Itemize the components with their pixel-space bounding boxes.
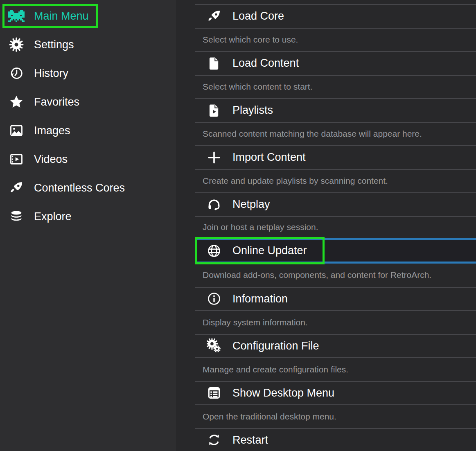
sidebar-item-label: Contentless Cores <box>34 182 125 194</box>
menu-item-label: Playlists <box>232 104 273 117</box>
menu-item-label: Netplay <box>232 198 270 211</box>
menu-item-label: Load Content <box>232 57 299 70</box>
sidebar-item-contentless-cores[interactable]: Contentless Cores <box>0 174 176 202</box>
database-icon <box>8 208 25 225</box>
menu-item-show-desktop-menu[interactable]: Show Desktop Menu <box>195 381 476 405</box>
menu-item-restart[interactable]: Restart <box>195 428 476 451</box>
globe-icon <box>206 243 222 259</box>
menu-item-sublabel: Select which content to start. <box>195 75 476 99</box>
menu-item-label: Show Desktop Menu <box>232 387 334 399</box>
menu-item-sublabel: Download add-ons, components, and conten… <box>195 264 476 287</box>
menu-item-playlists[interactable]: Playlists <box>195 98 476 122</box>
menu-item-label: Information <box>232 293 288 305</box>
menu-item-sublabel: Join or host a netplay session. <box>195 216 476 238</box>
menu-item-sublabel: Select which core to use. <box>195 28 476 52</box>
menu-item-label: Import Content <box>232 151 306 164</box>
menu-item-sublabel: Manage and create configuration files. <box>195 357 476 381</box>
menu-item-information[interactable]: Information <box>195 287 476 311</box>
restart-icon <box>206 432 222 448</box>
file-icon <box>206 56 222 71</box>
retroarch-invader-icon <box>8 8 25 24</box>
file-play-icon <box>206 103 222 118</box>
film-icon <box>8 151 25 167</box>
menu-item-label: Load Core <box>232 10 284 23</box>
menu-item-configuration-file[interactable]: Configuration File <box>195 334 476 358</box>
star-icon <box>8 94 25 110</box>
gear-icon <box>8 36 25 53</box>
menu-item-sublabel: Display system information. <box>195 310 476 334</box>
rocket-icon <box>8 180 25 196</box>
sidebar-item-explore[interactable]: Explore <box>0 202 176 231</box>
menu-item-sublabel: Create and update playlists by scanning … <box>195 169 476 193</box>
info-icon <box>206 291 222 307</box>
sidebar-item-settings[interactable]: Settings <box>0 30 176 59</box>
menu-item-sublabel: Open the traditional desktop menu. <box>195 404 476 428</box>
menu-item-label: Configuration File <box>232 340 319 352</box>
headset-icon <box>206 197 222 212</box>
sidebar-item-main-menu[interactable]: Main Menu <box>0 2 176 30</box>
sidebar-item-label: Main Menu <box>34 10 89 23</box>
menu-item-import-content[interactable]: Import Content <box>195 145 476 169</box>
sidebar-item-label: Favorites <box>34 96 79 108</box>
history-icon <box>8 65 25 81</box>
sidebar: Main Menu Settings History Favorites Ima… <box>0 0 176 451</box>
plus-icon <box>206 150 222 165</box>
sidebar-item-label: Explore <box>34 210 72 223</box>
sidebar-item-label: Settings <box>34 38 74 51</box>
gears-icon <box>206 338 222 354</box>
menu-item-label: Restart <box>232 434 268 446</box>
desktop-menu-icon <box>206 385 222 401</box>
main-menu-list: Load Core Select which core to use. Load… <box>176 0 476 451</box>
image-icon <box>8 122 25 139</box>
menu-item-netplay[interactable]: Netplay <box>195 192 476 216</box>
menu-item-load-content[interactable]: Load Content <box>195 51 476 75</box>
sidebar-item-videos[interactable]: Videos <box>0 145 176 174</box>
sidebar-item-images[interactable]: Images <box>0 116 176 145</box>
rocket-icon <box>206 9 222 24</box>
sidebar-item-label: History <box>34 67 68 80</box>
sidebar-item-label: Images <box>34 124 70 137</box>
menu-item-label: Online Updater <box>232 244 307 257</box>
menu-item-load-core[interactable]: Load Core <box>195 4 476 28</box>
menu-item-online-updater[interactable]: Online Updater <box>195 238 476 264</box>
menu-item-sublabel: Scanned content matching the database wi… <box>195 122 476 146</box>
sidebar-item-label: Videos <box>34 153 68 166</box>
sidebar-item-favorites[interactable]: Favorites <box>0 88 176 116</box>
sidebar-item-history[interactable]: History <box>0 59 176 88</box>
